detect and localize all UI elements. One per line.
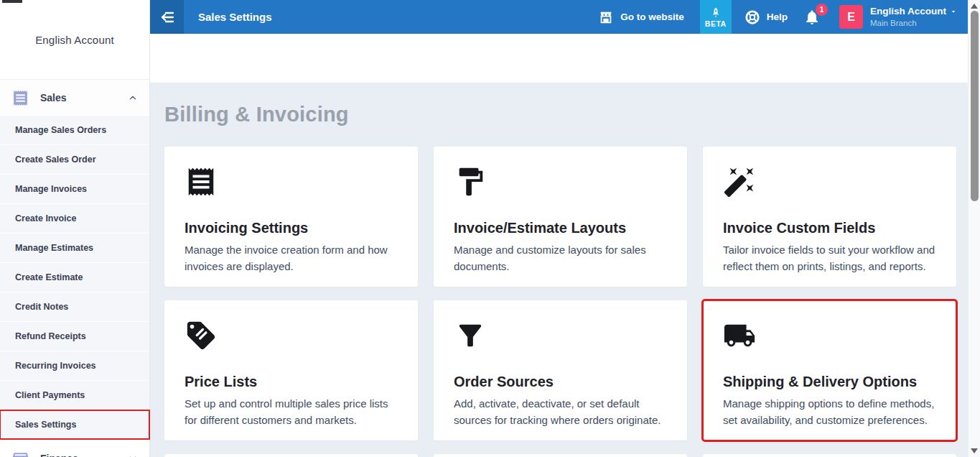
scrollbar-thumb[interactable] bbox=[971, 11, 979, 201]
avatar[interactable]: E bbox=[839, 5, 863, 29]
card-title: Invoice Custom Fields bbox=[723, 220, 936, 236]
partial-card[interactable] bbox=[703, 454, 956, 457]
rocket-icon bbox=[710, 6, 722, 19]
card-invoicing-settings[interactable]: Invoicing Settings Manage the invoice cr… bbox=[164, 147, 418, 287]
sidebar-item-manage-estimates[interactable]: Manage Estimates bbox=[0, 234, 149, 262]
sidebar-item-create-sales-order[interactable]: Create Sales Order bbox=[0, 145, 149, 174]
card-description: Set up and control multiple sales price … bbox=[185, 395, 398, 429]
chevron-down-icon bbox=[128, 453, 138, 457]
settings-card-grid: Invoicing Settings Manage the invoice cr… bbox=[164, 147, 956, 457]
card-description: Manage the invoice creation form and how… bbox=[185, 241, 398, 275]
partial-card[interactable] bbox=[164, 454, 418, 457]
chevron-down-icon bbox=[949, 7, 958, 16]
main-content: Billing & Invoicing Invoicing Settings M… bbox=[150, 83, 968, 457]
topbar-right-group: Go to website BETA Help bbox=[598, 0, 968, 34]
sidebar-item-refund-receipts[interactable]: Refund Receipts bbox=[0, 322, 149, 351]
storefront-icon bbox=[598, 9, 614, 25]
sidebar-menu: Manage Sales Orders Create Sales Order M… bbox=[0, 116, 149, 440]
avatar-initial: E bbox=[847, 11, 855, 24]
sidebar-item-client-payments[interactable]: Client Payments bbox=[0, 381, 149, 410]
sidebar-section-finance-label: Finance bbox=[40, 453, 128, 457]
go-to-website-label: Go to website bbox=[620, 11, 684, 22]
card-description: Tailor invoice fields to suit your workf… bbox=[723, 241, 936, 275]
sidebar-account-name: English Account bbox=[35, 34, 114, 46]
sidebar-section-sales-label: Sales bbox=[40, 92, 128, 103]
card-description: Add, activate, deactivate, or set defaul… bbox=[454, 395, 667, 429]
beta-badge[interactable]: BETA bbox=[700, 0, 732, 34]
card-description: Manage and customize layouts for sales d… bbox=[454, 241, 667, 275]
sidebar-section-sales[interactable]: Sales bbox=[0, 80, 149, 115]
price-tag-icon bbox=[185, 319, 398, 355]
magic-wand-icon bbox=[723, 165, 936, 201]
account-name: English Account bbox=[870, 6, 946, 18]
section-title: Billing & Invoicing bbox=[164, 103, 956, 126]
account-menu[interactable]: English Account Main Branch bbox=[870, 6, 958, 28]
help-label: Help bbox=[767, 11, 788, 22]
collapse-sidebar-button[interactable] bbox=[150, 0, 184, 34]
chevron-up-icon bbox=[128, 93, 138, 103]
truck-icon bbox=[723, 319, 936, 355]
card-title: Shipping & Delivery Options bbox=[723, 374, 936, 390]
card-shipping-delivery-options[interactable]: Shipping & Delivery Options Manage shipp… bbox=[703, 300, 956, 440]
sidebar-section-finance[interactable]: Finance bbox=[0, 441, 149, 457]
content-top-spacer bbox=[150, 34, 968, 83]
card-title: Invoicing Settings bbox=[185, 220, 398, 236]
card-title: Invoice/Estimate Layouts bbox=[454, 220, 667, 236]
sidebar-item-recurring-invoices[interactable]: Recurring Invoices bbox=[0, 351, 149, 380]
branch-name: Main Branch bbox=[870, 18, 958, 28]
filter-funnel-icon bbox=[454, 319, 667, 355]
card-description: Manage shipping options to define method… bbox=[723, 395, 936, 429]
vertical-scrollbar[interactable] bbox=[968, 0, 980, 457]
sales-receipt-icon bbox=[11, 89, 29, 107]
paint-roller-icon bbox=[454, 165, 667, 201]
sidebar-item-manage-invoices[interactable]: Manage Invoices bbox=[0, 175, 149, 203]
notification-count-badge: 1 bbox=[816, 4, 828, 16]
sidebar-item-credit-notes[interactable]: Credit Notes bbox=[0, 292, 149, 321]
card-title: Price Lists bbox=[185, 374, 398, 390]
card-order-sources[interactable]: Order Sources Add, activate, deactivate,… bbox=[434, 300, 687, 440]
sidebar-item-create-invoice[interactable]: Create Invoice bbox=[0, 204, 149, 233]
finance-store-icon bbox=[11, 450, 29, 457]
card-invoice-custom-fields[interactable]: Invoice Custom Fields Tailor invoice fie… bbox=[703, 147, 956, 287]
topbar: Sales Settings Go to website bbox=[150, 0, 968, 34]
card-invoice-estimate-layouts[interactable]: Invoice/Estimate Layouts Manage and cust… bbox=[434, 147, 687, 287]
scrollbar-up-arrow[interactable] bbox=[971, 4, 978, 9]
sidebar-item-create-estimate[interactable]: Create Estimate bbox=[0, 263, 149, 292]
card-price-lists[interactable]: Price Lists Set up and control multiple … bbox=[164, 300, 418, 440]
page-title: Sales Settings bbox=[198, 11, 598, 23]
card-title: Order Sources bbox=[454, 374, 667, 390]
help-buoy-icon bbox=[745, 9, 760, 25]
help-button[interactable]: Help bbox=[745, 9, 788, 25]
sidebar-item-sales-settings[interactable]: Sales Settings bbox=[0, 410, 149, 439]
beta-label: BETA bbox=[705, 19, 727, 28]
partial-card[interactable] bbox=[434, 454, 687, 457]
sidebar-account-header: English Account bbox=[0, 0, 149, 80]
scrollbar-down-arrow[interactable] bbox=[971, 448, 978, 453]
collapse-sidebar-icon bbox=[159, 9, 176, 26]
receipt-icon bbox=[185, 165, 398, 201]
sidebar: English Account Sales Manage Sales Order… bbox=[0, 0, 150, 457]
sidebar-item-manage-sales-orders[interactable]: Manage Sales Orders bbox=[0, 116, 149, 144]
notifications-button[interactable]: 1 bbox=[803, 9, 821, 26]
go-to-website-button[interactable]: Go to website bbox=[598, 9, 684, 25]
